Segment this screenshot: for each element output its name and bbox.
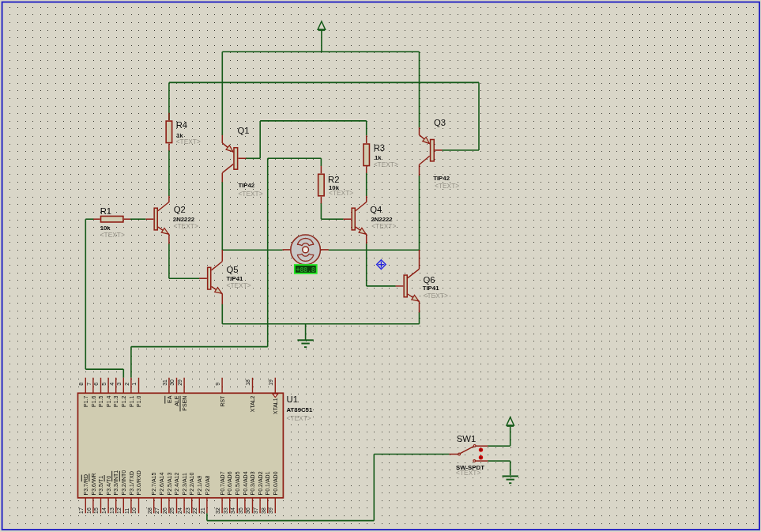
svg-text:P1.6: P1.6	[91, 395, 96, 407]
svg-text:<TEXT>: <TEXT>	[329, 189, 353, 197]
svg-text:<TEXT>: <TEXT>	[287, 414, 311, 422]
svg-text:16: 16	[86, 507, 92, 514]
svg-text:38: 38	[261, 507, 266, 514]
svg-text:RST: RST	[220, 395, 225, 407]
svg-text:18: 18	[245, 379, 251, 386]
svg-text:37: 37	[253, 507, 258, 514]
svg-text:6: 6	[93, 383, 99, 386]
svg-text:<TEXT>: <TEXT>	[435, 182, 459, 190]
svg-text:5: 5	[101, 383, 107, 386]
svg-text:11: 11	[124, 508, 130, 514]
svg-text:R1: R1	[100, 206, 111, 216]
svg-text:R4: R4	[176, 120, 187, 130]
svg-text:19: 19	[268, 379, 273, 386]
svg-text:17: 17	[78, 507, 84, 514]
svg-text:26: 26	[162, 507, 168, 514]
svg-text:<TEXT>: <TEXT>	[238, 190, 262, 198]
svg-text:<TEXT>: <TEXT>	[174, 222, 198, 230]
svg-text:22: 22	[192, 507, 198, 514]
svg-text:P1.0: P1.0	[136, 395, 141, 407]
svg-text:P0.1/AD1: P0.1/AD1	[265, 471, 270, 495]
svg-text:P3.1/TXD: P3.1/TXD	[129, 471, 134, 495]
svg-text:35: 35	[238, 507, 243, 514]
svg-text:P3.3/INT1: P3.3/INT1	[113, 470, 119, 496]
svg-text:1: 1	[131, 383, 137, 386]
svg-text:R3: R3	[374, 143, 385, 153]
svg-text:P0.2/AD2: P0.2/AD2	[258, 471, 263, 495]
svg-text:29: 29	[177, 379, 183, 386]
svg-text:39: 39	[268, 507, 273, 514]
svg-text:28: 28	[147, 507, 153, 514]
svg-text:30: 30	[169, 379, 175, 386]
svg-text:TIP41: TIP41	[423, 285, 439, 292]
svg-text:<TEXT>: <TEXT>	[456, 469, 480, 477]
svg-text:P3.6/WR: P3.6/WR	[91, 473, 96, 495]
svg-text:Q5: Q5	[227, 265, 239, 274]
svg-text:P1.3: P1.3	[113, 395, 119, 407]
svg-text:P2.0/A8: P2.0/A8	[205, 475, 210, 495]
svg-text:XTAL2: XTAL2	[250, 396, 255, 413]
svg-text:P0.5/AD5: P0.5/AD5	[235, 471, 240, 495]
svg-text:12: 12	[116, 507, 122, 514]
svg-text:P2.5/A13: P2.5/A13	[167, 472, 172, 495]
svg-text:P2.7/A15: P2.7/A15	[151, 472, 156, 495]
svg-text:U1: U1	[287, 394, 298, 404]
svg-text:P3.2/INT0: P3.2/INT0	[121, 470, 126, 496]
svg-text:P2.4/A12: P2.4/A12	[174, 472, 179, 495]
svg-text:P2.6/A14: P2.6/A14	[159, 472, 164, 495]
svg-text:P0.3/AD3: P0.3/AD3	[250, 471, 255, 495]
svg-text:8: 8	[78, 383, 84, 386]
svg-text:<TEXT>: <TEXT>	[374, 160, 398, 168]
svg-text:32: 32	[215, 507, 220, 514]
svg-text:13: 13	[109, 507, 115, 514]
svg-text:P0.4/AD4: P0.4/AD4	[243, 471, 248, 495]
svg-text:15: 15	[93, 507, 99, 514]
svg-text:P1.7: P1.7	[83, 395, 89, 407]
svg-text:25: 25	[169, 507, 175, 514]
svg-text:P2.3/A11: P2.3/A11	[182, 473, 187, 495]
svg-text:<TEXT>: <TEXT>	[424, 292, 448, 300]
svg-text:P0.0/AD0: P0.0/AD0	[273, 471, 278, 495]
svg-text:<TEXT>: <TEXT>	[371, 222, 396, 230]
svg-text:7: 7	[86, 383, 92, 386]
svg-text:P3.7/RD: P3.7/RD	[83, 474, 89, 495]
svg-text:Q1: Q1	[237, 126, 249, 135]
svg-text:P0.6/AD6: P0.6/AD6	[227, 471, 232, 495]
svg-text:P1.2: P1.2	[121, 395, 126, 407]
svg-text:<TEXT>: <TEXT>	[100, 231, 125, 239]
svg-text:33: 33	[223, 507, 228, 514]
svg-text:Q6: Q6	[424, 275, 435, 285]
svg-text:23: 23	[185, 507, 190, 514]
svg-text:3: 3	[116, 383, 122, 386]
svg-text:21: 21	[200, 507, 205, 514]
svg-text:Q4: Q4	[370, 205, 382, 214]
svg-text:AT89C51: AT89C51	[287, 406, 313, 413]
svg-text:ALE: ALE	[174, 395, 179, 406]
svg-text:P0.7/AD7: P0.7/AD7	[220, 471, 225, 495]
svg-text:SW1: SW1	[457, 434, 476, 443]
svg-text:36: 36	[245, 507, 251, 514]
svg-text:2: 2	[124, 383, 130, 386]
svg-text:<TEXT>: <TEXT>	[176, 138, 201, 145]
svg-text:P3.4/T0: P3.4/T0	[106, 476, 111, 496]
svg-text:R2: R2	[328, 175, 339, 184]
svg-text:TIP42: TIP42	[238, 182, 254, 189]
svg-text:P1.1: P1.1	[129, 395, 134, 407]
svg-text:+88.8: +88.8	[296, 266, 315, 274]
svg-text:9: 9	[215, 383, 220, 386]
svg-text:10k: 10k	[100, 224, 111, 232]
svg-text:P3.5/T1: P3.5/T1	[98, 476, 104, 496]
svg-text:P1.5: P1.5	[98, 395, 104, 407]
svg-text:P2.2/A10: P2.2/A10	[189, 472, 194, 495]
svg-text:34: 34	[230, 507, 235, 514]
svg-text:27: 27	[154, 507, 160, 514]
svg-text:P2.1/A9: P2.1/A9	[197, 475, 202, 495]
svg-text:31: 31	[162, 379, 168, 386]
svg-text:PSEN: PSEN	[182, 396, 187, 411]
svg-text:Q2: Q2	[174, 205, 186, 214]
svg-text:P1.4: P1.4	[106, 395, 111, 407]
svg-text:Q3: Q3	[434, 118, 446, 127]
svg-text:P3.0/RXD: P3.0/RXD	[136, 470, 141, 495]
svg-text:14: 14	[101, 507, 107, 514]
svg-text:10: 10	[131, 507, 137, 514]
